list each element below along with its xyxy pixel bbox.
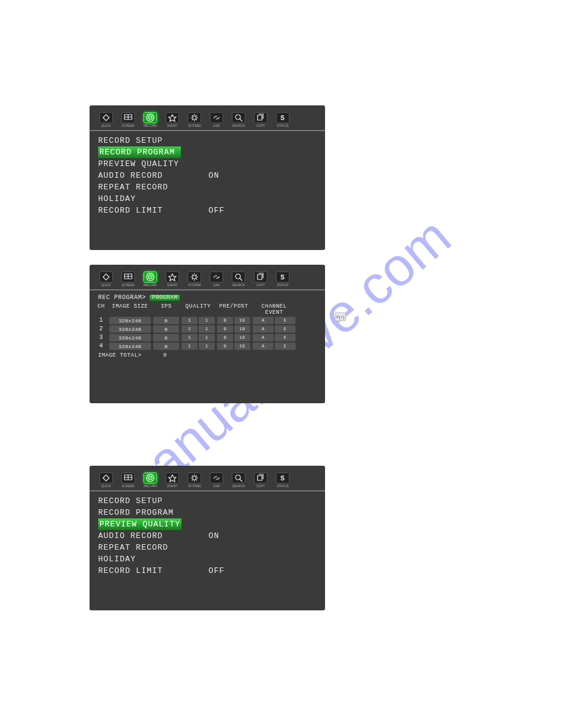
toolbar-item-copy[interactable]: COPY: [251, 271, 270, 287]
rec-quality[interactable]: 11: [182, 343, 215, 350]
toolbar-item-event[interactable]: EVENT: [163, 112, 182, 127]
menu-row-record-setup[interactable]: RECORD SETUP: [98, 495, 316, 507]
rec-row-ch3[interactable]: 3320x240011010AE: [96, 334, 319, 341]
toolbar-item-record[interactable]: RECORD: [141, 271, 159, 287]
toolbar-item-quick[interactable]: QUICK: [97, 112, 115, 127]
rec-channel-event[interactable]: AE: [253, 334, 296, 341]
copy-icon: [254, 112, 267, 123]
rec-ips[interactable]: 0: [153, 317, 179, 324]
rec-row-ch4[interactable]: 4320x240011010AE: [96, 343, 319, 350]
rec-ips[interactable]: 0: [153, 334, 179, 341]
rec-prepost[interactable]: 010: [217, 343, 250, 350]
toolbar-item-search[interactable]: SEARCH: [229, 271, 248, 287]
col-channel-event: CHANNEL EVENT: [253, 303, 296, 316]
col-ch: CH: [96, 303, 107, 316]
menu-label: AUDIO RECORD: [98, 170, 209, 181]
rec-ch: 2: [96, 325, 107, 333]
rec-ips[interactable]: 0: [153, 325, 179, 333]
quick-icon: [99, 112, 113, 123]
menu-row-preview-quality[interactable]: PREVIEW QUALITY: [98, 158, 316, 170]
menu-value: ON: [209, 170, 220, 181]
menu-row-holiday[interactable]: HOLIDAY: [98, 193, 316, 205]
quick-icon: [99, 271, 113, 282]
menu-label: HOLIDAY: [98, 193, 209, 205]
system-icon: [188, 472, 201, 483]
menu-value: OFF: [209, 565, 224, 577]
toolbar-item-link[interactable]: LINK: [207, 112, 226, 127]
rec-program-body: REC PROGRAM> PROGRAM CH IMAGE SIZE IPS Q…: [90, 294, 325, 358]
rec-image-size[interactable]: 320x240: [109, 343, 151, 350]
menu-row-repeat-record[interactable]: REPEAT RECORD: [98, 542, 316, 553]
toolbar-item-link[interactable]: LINK: [207, 472, 226, 488]
screen-icon: [121, 472, 135, 483]
rec-ips[interactable]: 0: [153, 343, 179, 350]
record-icon: [144, 472, 157, 483]
toolbar-label: RECORD: [144, 283, 157, 287]
menu-label: RECORD PROGRAM: [98, 507, 209, 518]
toolbar-label: SEARCH: [232, 124, 245, 127]
menu-row-record-program[interactable]: RECORD PROGRAM: [98, 146, 316, 158]
toolbar-label: QUICK: [101, 124, 111, 127]
toolbar-label: SYSTEM: [188, 283, 201, 287]
toolbar-item-record[interactable]: RECORD: [141, 472, 159, 488]
rec-image-size[interactable]: 320x240: [109, 334, 151, 341]
toolbar-label: STATUS: [277, 283, 289, 287]
menu-row-record-limit[interactable]: RECORD LIMITOFF: [98, 205, 316, 216]
system-icon: [188, 112, 201, 123]
rec-row-ch1[interactable]: 1320x240011010AE: [96, 317, 319, 324]
rec-program-badge[interactable]: PROGRAM: [150, 295, 180, 301]
menu-row-holiday[interactable]: HOLIDAY: [98, 553, 316, 565]
link-icon: [210, 271, 223, 282]
menu-label: AUDIO RECORD: [98, 530, 209, 542]
menu-row-preview-quality[interactable]: PREVIEW QUALITY: [98, 518, 316, 530]
rec-quality[interactable]: 11: [182, 334, 215, 341]
toolbar-item-search[interactable]: SEARCH: [229, 112, 248, 127]
toolbar-item-event[interactable]: EVENT: [163, 472, 182, 488]
toolbar-item-screen[interactable]: SCREEN: [119, 112, 137, 127]
menu-row-record-setup[interactable]: RECORD SETUP: [98, 135, 316, 146]
toolbar-label: SCREEN: [122, 283, 135, 287]
toolbar-item-record[interactable]: RECORD: [141, 112, 159, 127]
toolbar-item-system[interactable]: SYSTEM: [185, 112, 204, 127]
menu-label: PREVIEW QUALITY: [98, 518, 182, 530]
rec-row-ch2[interactable]: 2320x240011010AE: [96, 325, 319, 333]
toolbar-item-status[interactable]: SSTATUS: [274, 271, 292, 287]
record-icon: [144, 112, 157, 123]
toolbar-item-status[interactable]: SSTATUS: [274, 112, 292, 127]
menu-label: RECORD SETUP: [98, 135, 209, 146]
toolbar-item-quick[interactable]: QUICK: [97, 472, 115, 488]
toolbar-item-event[interactable]: EVENT: [163, 271, 182, 287]
rec-image-size[interactable]: 320x240: [109, 325, 151, 333]
toolbar-label: EVENT: [167, 124, 178, 127]
rec-channel-event[interactable]: AE: [253, 317, 296, 324]
quick-icon: [99, 472, 113, 483]
rec-quality[interactable]: 11: [182, 325, 215, 333]
toolbar-label: SCREEN: [122, 124, 135, 127]
menu-row-record-limit[interactable]: RECORD LIMITOFF: [98, 565, 316, 577]
rec-program-title: REC PROGRAM>: [98, 294, 146, 301]
rec-image-size[interactable]: 320x240: [109, 317, 151, 324]
toolbar-item-copy[interactable]: COPY: [251, 112, 270, 127]
toolbar-item-status[interactable]: SSTATUS: [274, 472, 292, 488]
toolbar-item-quick[interactable]: QUICK: [97, 271, 115, 287]
menu-row-repeat-record[interactable]: REPEAT RECORD: [98, 181, 316, 193]
rec-channel-event[interactable]: AE: [253, 325, 296, 333]
rec-prepost[interactable]: 010: [217, 325, 250, 333]
toolbar-label: LINK: [213, 283, 220, 287]
toolbar-item-link[interactable]: LINK: [207, 271, 226, 287]
rec-quality[interactable]: 11: [182, 317, 215, 324]
toolbar-item-system[interactable]: SYSTEM: [185, 472, 204, 488]
rec-prepost[interactable]: 010: [217, 317, 250, 324]
menu-row-audio-record[interactable]: AUDIO RECORDON: [98, 530, 316, 542]
toolbar-item-screen[interactable]: SCREEN: [119, 472, 137, 488]
menu-row-record-program[interactable]: RECORD PROGRAM: [98, 507, 316, 518]
toolbar-item-copy[interactable]: COPY: [251, 472, 270, 488]
screen-icon: [121, 271, 135, 282]
toolbar-item-search[interactable]: SEARCH: [229, 472, 248, 488]
toolbar-item-system[interactable]: SYSTEM: [185, 271, 204, 287]
toolbar-item-screen[interactable]: SCREEN: [119, 271, 137, 287]
rec-prepost[interactable]: 010: [217, 334, 250, 341]
menu-row-audio-record[interactable]: AUDIO RECORDON: [98, 170, 316, 181]
toolbar-label: EVENT: [167, 484, 178, 488]
rec-channel-event[interactable]: AE: [253, 343, 296, 350]
